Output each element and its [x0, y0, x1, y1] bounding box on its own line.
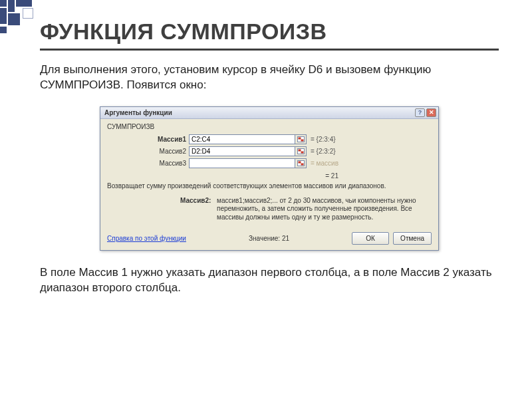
- function-name-label: СУММПРОИЗВ: [107, 123, 432, 130]
- arg1-input[interactable]: C2:C4: [189, 134, 295, 144]
- range-picker-icon[interactable]: [295, 146, 307, 156]
- value-preview: Значение: 21: [249, 235, 289, 242]
- outro-paragraph: В поле Массив 1 нужно указать диапазон п…: [40, 265, 499, 296]
- arg-help-text: массив1;массив2;... от 2 до 30 массивов,…: [217, 197, 432, 222]
- function-help-link[interactable]: Справка по этой функции: [107, 235, 186, 242]
- intro-paragraph: Для выполнения этого, установим курсор в…: [40, 63, 499, 93]
- arg3-label: Массив3: [154, 160, 189, 167]
- help-icon[interactable]: ?: [415, 108, 425, 117]
- svg-rect-4: [298, 149, 301, 151]
- slide-title: ФУНКЦИЯ СУММПРОИЗВ: [40, 19, 499, 51]
- arg3-eval: = массив: [311, 160, 338, 167]
- svg-rect-5: [301, 151, 303, 153]
- argument-help: Массив2: массив1;массив2;... от 2 до 30 …: [107, 197, 432, 222]
- dialog-titlebar: Аргументы функции ? ✕: [100, 107, 438, 119]
- function-description: Возвращает сумму произведений соответств…: [107, 182, 432, 190]
- svg-rect-8: [301, 163, 303, 165]
- slide-corner-decoration: [0, 0, 47, 40]
- dialog-title-text: Аргументы функции: [104, 109, 172, 116]
- arg2-input[interactable]: D2:D4: [189, 146, 295, 156]
- arg2-label: Массив2: [154, 148, 189, 155]
- ok-button[interactable]: ОК: [352, 232, 389, 245]
- arg-help-label: Массив2:: [180, 197, 217, 222]
- svg-rect-2: [301, 139, 303, 141]
- svg-rect-1: [298, 137, 301, 139]
- arg3-input[interactable]: [189, 158, 295, 168]
- cancel-button[interactable]: Отмена: [393, 232, 432, 245]
- arg1-eval: = {2:3:4}: [311, 136, 336, 143]
- svg-rect-7: [298, 161, 301, 163]
- arguments-block: Массив1 C2:C4 = {2:3:4} Массив2 D2:D4: [107, 134, 432, 168]
- close-icon[interactable]: ✕: [426, 108, 436, 117]
- arg2-eval: = {2:3:2}: [311, 148, 336, 155]
- result-preview: = 21: [107, 172, 432, 180]
- function-arguments-dialog: Аргументы функции ? ✕ СУММПРОИЗВ Массив1…: [100, 106, 439, 251]
- range-picker-icon[interactable]: [295, 158, 307, 168]
- range-picker-icon[interactable]: [295, 134, 307, 144]
- arg1-label: Массив1: [154, 136, 189, 143]
